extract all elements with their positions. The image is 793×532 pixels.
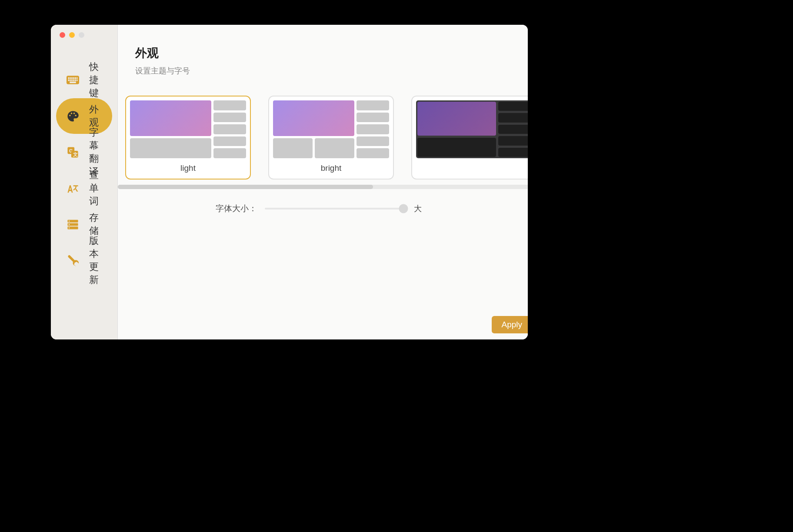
font-size-max-label: 大 xyxy=(414,203,422,214)
scrollbar-thumb[interactable] xyxy=(118,185,373,189)
window-controls xyxy=(51,25,117,38)
nav-label: 快捷键 xyxy=(89,60,102,100)
theme-preview xyxy=(273,100,389,158)
svg-rect-8 xyxy=(72,80,74,81)
svg-rect-6 xyxy=(68,80,70,81)
palette-icon xyxy=(67,110,79,123)
nav-list: 快捷键 外观 G文 字幕翻译 查单词 xyxy=(51,38,117,279)
theme-preview xyxy=(416,100,528,158)
svg-rect-9 xyxy=(74,80,76,81)
font-size-label: 字体大小： xyxy=(216,203,257,214)
close-button[interactable] xyxy=(60,32,65,38)
font-size-row: 字体大小： 大 xyxy=(118,203,528,214)
theme-preview xyxy=(130,100,246,158)
svg-rect-5 xyxy=(77,77,77,79)
svg-rect-3 xyxy=(72,77,74,79)
theme-card-light[interactable]: light xyxy=(125,96,251,180)
nav-storage[interactable]: 存储 xyxy=(56,206,112,242)
nav-label: 存储 xyxy=(89,211,102,237)
translate-icon: G文 xyxy=(67,146,79,159)
dictionary-icon xyxy=(67,182,79,195)
content-pane: 外观 设置主题与字号 light bright xyxy=(118,25,528,339)
nav-label: 外观 xyxy=(89,103,102,129)
page-title: 外观 xyxy=(135,45,528,61)
theme-scrollbar[interactable] xyxy=(118,185,528,189)
minimize-button[interactable] xyxy=(69,32,75,38)
nav-shortcuts[interactable]: 快捷键 xyxy=(56,62,112,98)
keyboard-icon xyxy=(67,75,79,85)
theme-label xyxy=(416,158,528,165)
preferences-window: 快捷键 外观 G文 字幕翻译 查单词 xyxy=(51,25,528,339)
font-size-slider[interactable] xyxy=(265,208,406,209)
nav-appearance[interactable]: 外观 xyxy=(56,98,112,134)
svg-point-21 xyxy=(69,227,70,228)
theme-label: light xyxy=(130,158,246,175)
svg-rect-4 xyxy=(74,77,76,79)
theme-card-dark[interactable] xyxy=(411,96,528,180)
nav-update[interactable]: 版本更新 xyxy=(56,243,112,278)
nav-label: 查单词 xyxy=(89,169,102,208)
svg-rect-7 xyxy=(70,80,72,81)
theme-list: light bright xyxy=(118,96,528,180)
svg-point-19 xyxy=(69,220,70,221)
theme-label: bright xyxy=(273,158,389,175)
svg-rect-10 xyxy=(77,80,77,81)
apply-button[interactable]: Apply xyxy=(492,316,528,333)
svg-rect-1 xyxy=(68,77,70,79)
storage-icon xyxy=(67,218,79,231)
svg-point-20 xyxy=(69,224,70,225)
nav-translate[interactable]: G文 字幕翻译 xyxy=(56,134,112,170)
wrench-icon xyxy=(67,254,79,267)
svg-text:文: 文 xyxy=(73,151,78,156)
sidebar: 快捷键 外观 G文 字幕翻译 查单词 xyxy=(51,25,118,339)
svg-rect-11 xyxy=(70,82,76,83)
svg-rect-2 xyxy=(70,77,72,79)
slider-thumb[interactable] xyxy=(399,204,408,213)
content-header: 外观 设置主题与字号 xyxy=(118,25,528,76)
theme-card-bright[interactable]: bright xyxy=(268,96,394,180)
nav-label: 版本更新 xyxy=(89,234,102,286)
page-subtitle: 设置主题与字号 xyxy=(135,66,528,76)
nav-lookup[interactable]: 查单词 xyxy=(56,170,112,206)
zoom-button-disabled xyxy=(79,32,84,38)
